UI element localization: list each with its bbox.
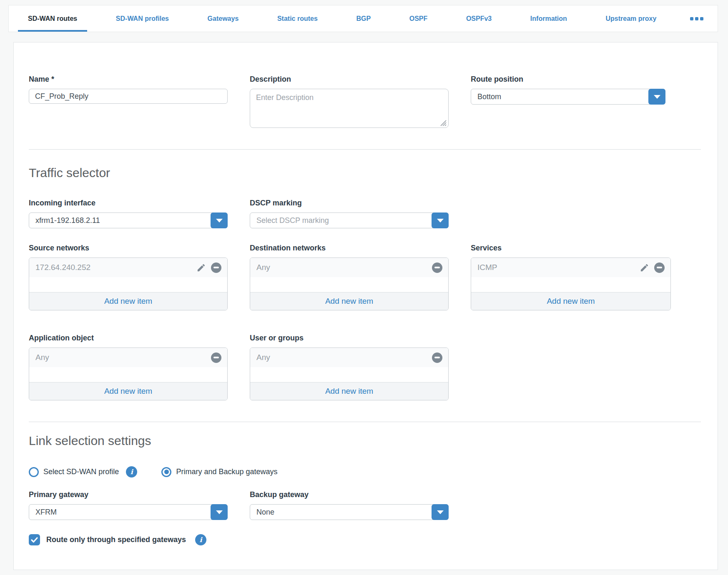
dscp-marking-placeholder: Select DSCP marking (256, 216, 329, 225)
edit-pencil-icon[interactable] (640, 263, 649, 272)
list-item: ICMP (471, 258, 670, 277)
dscp-marking-label: DSCP marking (250, 198, 449, 208)
list-item: Any (250, 258, 448, 277)
user-or-groups-label: User or groups (250, 333, 449, 342)
info-icon[interactable]: i (195, 534, 206, 545)
chevron-down-icon[interactable] (211, 504, 228, 520)
backup-gateway-dropdown[interactable]: None (250, 504, 449, 520)
user-or-groups-listbox: Any Add new item (250, 348, 449, 400)
radio-primary-backup-gateways[interactable]: Primary and Backup gateways (161, 467, 277, 477)
traffic-selector-title: Traffic selector (29, 165, 701, 180)
remove-minus-icon[interactable] (432, 352, 442, 363)
radio-selected-icon[interactable] (161, 467, 171, 477)
route-position-field-group: Route position Bottom (471, 75, 671, 105)
services-listbox: ICMP Add new item (471, 258, 671, 310)
description-textarea[interactable] (250, 89, 449, 128)
incoming-interface-field-group: Incoming interface xfrm1-192.168.2.11 (29, 198, 228, 228)
route-position-value: Bottom (477, 92, 501, 101)
source-networks-label: Source networks (29, 243, 228, 252)
tab-ospfv3[interactable]: OSPFv3 (456, 5, 502, 32)
route-position-label: Route position (471, 75, 671, 84)
list-item-text: Any (35, 353, 49, 362)
name-input[interactable] (29, 89, 228, 104)
services-label: Services (471, 243, 671, 252)
listbox-spacer (250, 277, 448, 292)
source-networks-listbox: 172.64.240.252 Add new item (29, 258, 228, 310)
listbox-spacer (250, 367, 448, 382)
dscp-marking-dropdown[interactable]: Select DSCP marking (250, 212, 449, 228)
user-or-groups-group: User or groups Any Add new item (250, 333, 449, 400)
chevron-down-icon[interactable] (432, 504, 449, 520)
tab-sdwan-profiles[interactable]: SD-WAN profiles (106, 5, 179, 32)
primary-gateway-label: Primary gateway (29, 490, 228, 499)
destination-networks-listbox: Any Add new item (250, 258, 449, 310)
add-new-item-button[interactable]: Add new item (29, 382, 227, 400)
top-tab-bar: SD-WAN routes SD-WAN profiles Gateways S… (8, 5, 718, 32)
application-object-group: Application object Any Add new item (29, 333, 228, 400)
tab-information[interactable]: Information (520, 5, 577, 32)
application-object-listbox: Any Add new item (29, 348, 228, 400)
primary-gateway-dropdown[interactable]: XFRM (29, 504, 228, 520)
chevron-down-icon[interactable] (211, 212, 228, 228)
chevron-down-icon[interactable] (648, 89, 665, 105)
tab-ospf[interactable]: OSPF (399, 5, 438, 32)
add-new-item-button[interactable]: Add new item (250, 292, 448, 310)
destination-networks-label: Destination networks (250, 243, 449, 252)
remove-minus-icon[interactable] (211, 352, 221, 363)
list-item-text: Any (256, 263, 270, 272)
section-divider (29, 149, 701, 150)
backup-gateway-value: None (256, 508, 274, 517)
source-networks-group: Source networks 172.64.240.252 Add new i… (29, 243, 228, 310)
primary-gateway-field-group: Primary gateway XFRM (29, 490, 228, 520)
list-item: 172.64.240.252 (29, 258, 227, 277)
list-item: Any (29, 348, 227, 367)
add-new-item-button[interactable]: Add new item (471, 292, 670, 310)
primary-gateway-value: XFRM (35, 508, 57, 517)
radio-unselected-icon[interactable] (29, 467, 39, 477)
incoming-interface-dropdown[interactable]: xfrm1-192.168.2.11 (29, 212, 228, 228)
info-icon[interactable]: i (126, 466, 137, 478)
route-position-dropdown[interactable]: Bottom (471, 89, 665, 105)
backup-gateway-label: Backup gateway (250, 490, 449, 499)
tab-bgp[interactable]: BGP (346, 5, 381, 32)
sdwan-route-form-card: Name * Description Route position Bottom (13, 42, 718, 570)
listbox-spacer (29, 277, 227, 292)
remove-minus-icon[interactable] (432, 262, 442, 273)
add-new-item-button[interactable]: Add new item (29, 292, 227, 310)
route-only-checkbox[interactable] (29, 534, 40, 545)
services-group: Services ICMP Add new item (471, 243, 671, 310)
section-divider (29, 422, 701, 422)
name-label: Name * (29, 75, 228, 84)
tab-gateways[interactable]: Gateways (198, 5, 249, 32)
add-new-item-button[interactable]: Add new item (250, 382, 448, 400)
list-item-text: ICMP (477, 263, 497, 272)
chevron-down-icon[interactable] (432, 212, 449, 228)
description-label: Description (250, 75, 449, 84)
listbox-spacer (29, 367, 227, 382)
destination-networks-group: Destination networks Any Add new item (250, 243, 449, 310)
incoming-interface-label: Incoming interface (29, 198, 228, 208)
listbox-spacer (471, 277, 670, 292)
remove-minus-icon[interactable] (654, 262, 665, 273)
radio-label: Select SD-WAN profile (43, 468, 119, 476)
tab-static-routes[interactable]: Static routes (267, 5, 328, 32)
remove-minus-icon[interactable] (211, 262, 221, 273)
list-item-text: 172.64.240.252 (35, 263, 90, 272)
name-field-group: Name * (29, 75, 228, 104)
list-item-text: Any (256, 353, 270, 362)
backup-gateway-field-group: Backup gateway None (250, 490, 449, 520)
radio-label: Primary and Backup gateways (176, 468, 277, 476)
description-field-group: Description (250, 75, 449, 130)
link-selection-title: Link selection settings (29, 433, 701, 448)
incoming-interface-value: xfrm1-192.168.2.11 (35, 216, 100, 225)
more-tabs-ellipsis-icon[interactable] (685, 5, 708, 32)
tab-upstream-proxy[interactable]: Upstream proxy (595, 5, 666, 32)
radio-select-sdwan-profile[interactable]: Select SD-WAN profile (29, 467, 119, 477)
application-object-label: Application object (29, 333, 228, 342)
tab-sdwan-routes[interactable]: SD-WAN routes (18, 5, 87, 32)
dscp-marking-field-group: DSCP marking Select DSCP marking (250, 198, 449, 228)
list-item: Any (250, 348, 448, 367)
route-only-label: Route only through specified gateways (46, 535, 186, 544)
edit-pencil-icon[interactable] (196, 263, 206, 272)
